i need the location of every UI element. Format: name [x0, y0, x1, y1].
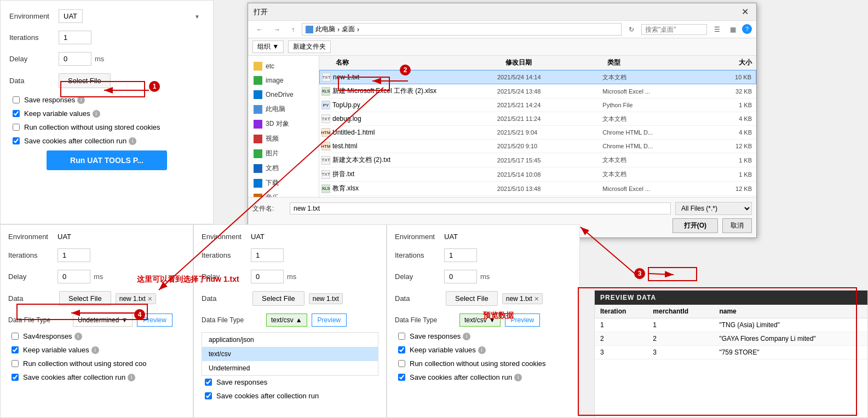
bp1-save-cookie-info[interactable]: i	[128, 374, 135, 381]
bp3-iter-input[interactable]	[444, 248, 477, 262]
bp2-filetype-select[interactable]: text/csv ▲	[266, 314, 307, 327]
nav-item-computer[interactable]: 此电脑	[248, 102, 319, 117]
bp3-preview-btn[interactable]: Preview	[505, 314, 541, 327]
file-row-3[interactable]: TXT debug.log 2021/5/21 11:24 文本文档 4 KB	[319, 112, 756, 126]
select-file-button[interactable]: Select File	[59, 73, 111, 88]
bp1-run-coll-checkbox[interactable]	[12, 360, 19, 367]
bp3-keep-var-info[interactable]: i	[478, 346, 486, 354]
dropdown-item-undetermined[interactable]: Undetermined	[202, 361, 378, 375]
file-row-8[interactable]: XLS 教育.xlsx 2021/5/10 13:48 Microsoft Ex…	[319, 182, 756, 196]
nav-item-3d[interactable]: 3D 对象	[248, 117, 319, 131]
bp3-keep-var-checkbox[interactable]	[398, 346, 405, 353]
bp3-save-resp-info[interactable]: i	[463, 333, 470, 340]
bp1-keep-var-checkbox[interactable]	[12, 346, 19, 353]
run-button[interactable]: Run UAT TOOLS P...	[47, 150, 167, 170]
file-row-7[interactable]: TXT 拼音.txt 2021/5/14 10:08 文本文档 1 KB	[319, 167, 756, 182]
file-row-1[interactable]: XLS 新建 Microsoft Excel 工作表 (2).xlsx 2021…	[319, 84, 756, 98]
bp1-delay-input[interactable]	[58, 270, 90, 283]
bp3-save-resp-row: Save responses i	[395, 332, 572, 340]
col-merchant-id: merchantId	[647, 305, 714, 318]
filetype-select[interactable]: All Files (*.*)	[675, 202, 752, 215]
iterations-input[interactable]	[59, 31, 91, 44]
bp2-save-resp-checkbox[interactable]	[205, 379, 212, 386]
forward-button[interactable]: →	[270, 24, 284, 35]
run-collection-row: Run collection without using stored cook…	[9, 123, 204, 131]
bp1-env-value: UAT	[58, 233, 71, 241]
onedrive-icon	[254, 90, 262, 99]
nav-item-video[interactable]: 视频	[248, 131, 319, 146]
bp1-file-remove[interactable]: ×	[148, 295, 152, 303]
dropdown-item-csv[interactable]: text/csv	[202, 347, 378, 361]
keep-variable-checkbox[interactable]	[13, 110, 20, 117]
bp1-filetype-select[interactable]: Undetermined ▼	[73, 314, 133, 327]
refresh-button[interactable]: ↻	[625, 24, 638, 35]
view-list-button[interactable]: ☰	[710, 24, 724, 35]
bp1-preview-btn[interactable]: Preview	[137, 314, 173, 327]
delay-input[interactable]	[59, 52, 91, 66]
bp1-save-cookie-checkbox[interactable]	[12, 374, 19, 381]
bp1-save-cookie-row: Save cookies after collection run i	[8, 373, 185, 381]
bp3-filetype-row: Data File Type text/csv ▼ Preview	[395, 314, 572, 327]
bp1-iter-input[interactable]	[58, 248, 90, 262]
bp1-save-resp-checkbox[interactable]	[12, 333, 19, 340]
environment-select[interactable]: UAT	[59, 9, 83, 23]
cancel-button[interactable]: 取消	[722, 218, 752, 233]
new-folder-button[interactable]: 新建文件夹	[288, 40, 331, 53]
organize-button[interactable]: 组织 ▼	[252, 40, 284, 53]
bp2-save-resp-row: Save responses	[202, 378, 378, 386]
search-input[interactable]	[641, 24, 707, 35]
bp1-save-resp-info[interactable]: i	[74, 333, 82, 340]
file-row-5[interactable]: HTM test.html 2021/5/20 9:10 Chrome HTML…	[319, 140, 756, 153]
save-responses-info-icon[interactable]: i	[77, 96, 85, 104]
bp3-save-cookie-checkbox[interactable]	[398, 374, 405, 381]
save-responses-checkbox[interactable]	[13, 96, 20, 103]
nav-label-onedrive: OneDrive	[266, 91, 294, 98]
dialog-close-button[interactable]: ✕	[739, 7, 751, 17]
filename-input[interactable]	[290, 202, 671, 214]
bp3-save-resp-label: Save responses	[410, 332, 461, 340]
bp2-delay-input[interactable]	[251, 270, 284, 283]
save-cookies-info-icon[interactable]: i	[129, 137, 136, 145]
nav-item-pictures[interactable]: 图片	[248, 146, 319, 161]
path-bar[interactable]: 此电脑 › 桌面 ›	[302, 23, 622, 36]
bp1-delay-label: Delay	[8, 272, 58, 281]
back-button[interactable]: ←	[252, 24, 267, 35]
bp3-save-cookie-info[interactable]: i	[514, 374, 522, 381]
help-button[interactable]: ?	[742, 24, 752, 34]
nav-item-downloads[interactable]: 下载	[248, 176, 319, 190]
bp3-run-coll-checkbox[interactable]	[398, 360, 405, 367]
nav-item-etc[interactable]: etc	[248, 59, 319, 73]
dropdown-item-json[interactable]: application/json	[202, 333, 378, 347]
nav-item-onedrive[interactable]: OneDrive	[248, 88, 319, 102]
bp1-keep-var-info[interactable]: i	[91, 346, 99, 354]
bp3-select-file-btn[interactable]: Select File	[446, 291, 498, 306]
nav-item-music[interactable]: 音乐	[248, 190, 319, 197]
open-button[interactable]: 打开(O)	[672, 218, 718, 233]
keep-variable-info-icon[interactable]: i	[93, 110, 100, 118]
bp3-save-resp-checkbox[interactable]	[398, 333, 405, 340]
bp2-iter-label: Iterations	[202, 251, 251, 259]
bp1-select-file-btn[interactable]: Select File	[59, 291, 111, 306]
bp2-save-cookie-checkbox[interactable]	[205, 392, 212, 399]
run-collection-checkbox[interactable]	[13, 124, 20, 131]
bp3-delay-input[interactable]	[444, 270, 477, 283]
up-button[interactable]: ↑	[288, 24, 298, 35]
file-row-6[interactable]: TXT 新建文本文档 (2).txt 2021/5/17 15:45 文本文档 …	[319, 153, 756, 167]
save-cookies-checkbox[interactable]	[13, 137, 20, 144]
bp2-iter-input[interactable]	[251, 248, 284, 262]
nav-item-docs[interactable]: 文档	[248, 161, 319, 176]
bp2-preview-btn[interactable]: Preview	[312, 314, 347, 327]
file-row-2[interactable]: PY TopUp.py 2021/5/21 14:24 Python File …	[319, 98, 756, 112]
nav-item-image[interactable]: image	[248, 73, 319, 88]
nav-label-3d: 3D 对象	[266, 119, 289, 129]
bp2-dropdown-area: application/json text/csv Undetermined	[202, 332, 378, 376]
file-name-8: XLS 教育.xlsx	[319, 184, 497, 193]
bp3-env-value: UAT	[444, 233, 458, 241]
bp3-filetype-select[interactable]: text/csv ▼	[459, 314, 501, 327]
file-row-4[interactable]: HTM Untitled-1.html 2021/5/21 9:04 Chrom…	[319, 126, 756, 140]
bp3-file-remove[interactable]: ×	[534, 295, 539, 303]
file-date-5: 2021/5/20 9:10	[497, 143, 602, 149]
bp2-select-file-btn[interactable]: Select File	[252, 291, 304, 306]
view-grid-button[interactable]: ▦	[726, 24, 740, 35]
file-row-0[interactable]: TXT new 1.txt 2021/5/24 14:14 文本文档 10 KB	[319, 70, 756, 84]
